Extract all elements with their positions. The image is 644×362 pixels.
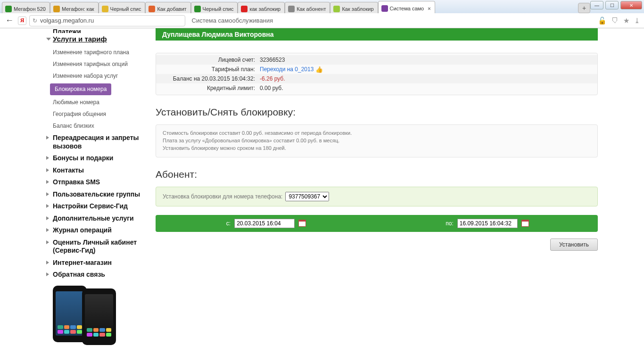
note-line-1: Стоимость блокировки составит 0.00 руб. … xyxy=(163,130,591,137)
browser-tab-0[interactable]: Мегафон 520 xyxy=(2,2,50,13)
thumbs-up-icon[interactable]: 👍 xyxy=(315,66,321,72)
value-account: 32366523 xyxy=(260,57,285,63)
date-to-input[interactable] xyxy=(457,219,518,228)
date-from-label: с: xyxy=(226,220,231,227)
sidebar-section-4[interactable]: Пользовательские группы xyxy=(46,189,140,201)
sidebar-subitem-3[interactable]: Блокировка номера xyxy=(50,83,111,95)
sidebar-subitem-5[interactable]: География общения xyxy=(46,108,140,120)
favicon-icon xyxy=(333,6,340,12)
sidebar-section-10[interactable]: Обратная связь xyxy=(46,269,140,281)
label-plan: Тарифный план: xyxy=(161,66,260,73)
calendar-icon[interactable] xyxy=(521,220,529,227)
sidebar-section-2[interactable]: Контакты xyxy=(46,165,140,177)
sidebar-section-3[interactable]: Отправка SMS xyxy=(46,176,140,189)
browser-tab-2[interactable]: Черный спис xyxy=(99,2,146,13)
browser-tab-8[interactable]: Система само× xyxy=(378,1,435,13)
favicon-icon xyxy=(288,6,295,12)
main-content: Дуплищева Людмила Викторовна Лицевой сче… xyxy=(140,28,598,321)
browser-tab-6[interactable]: Как абонент xyxy=(285,2,330,13)
browser-tab-3[interactable]: Как добавит xyxy=(145,2,190,13)
nav-back-button[interactable]: ← xyxy=(4,15,15,26)
window-minimize-button[interactable]: — xyxy=(590,1,603,9)
subscriber-label: Установка блокировки для номера телефона… xyxy=(163,193,282,200)
sidebar-subitem-4[interactable]: Любимые номера xyxy=(46,97,140,108)
tab-label: Как заблокир xyxy=(342,6,373,12)
sidebar-section-5[interactable]: Настройки Сервис-Гид xyxy=(46,200,140,213)
subscriber-heading: Абонент: xyxy=(156,169,598,180)
browser-tab-7[interactable]: Как заблокир xyxy=(330,2,378,13)
favicon-icon xyxy=(241,6,248,12)
bookmark-star-icon[interactable]: ★ xyxy=(623,16,629,25)
tab-label: Как абонент xyxy=(297,6,326,12)
block-heading: Установить/Снять блокировку: xyxy=(156,107,598,118)
value-plan-link[interactable]: Переходи на 0_2013👍 xyxy=(260,66,321,73)
url-text: volgasg.megafon.ru xyxy=(40,17,94,24)
subscriber-select-box: Установка блокировки для номера телефона… xyxy=(156,187,598,206)
browser-titlebar: Мегафон 520Мегафон: какЧерный списКак до… xyxy=(0,0,644,13)
browser-tab-5[interactable]: как заблокир xyxy=(238,2,285,13)
browser-tab-4[interactable]: Черный спис xyxy=(191,2,238,13)
sidebar-subitem-6[interactable]: Баланс близких xyxy=(46,120,140,132)
browser-tabs: Мегафон 520Мегафон: какЧерный списКак до… xyxy=(2,0,576,13)
tab-label: Черный спис xyxy=(203,6,234,12)
sidebar-section-9[interactable]: Интернет-магазин xyxy=(46,257,140,269)
sidebar-subitem-1[interactable]: Изменения тарифных опций xyxy=(46,58,140,70)
phone-number-select[interactable]: 9377509367 xyxy=(285,192,329,201)
window-close-button[interactable]: ✕ xyxy=(620,1,642,9)
sidebar-section-services[interactable]: Услуги и тариф xyxy=(46,33,140,47)
tab-label: как заблокир xyxy=(249,6,281,12)
tab-label: Черный спис xyxy=(110,6,141,12)
sidebar-section-8[interactable]: Оценить Личный кабинет (Сервис-Гид) xyxy=(46,237,140,257)
addrbar-right-icons: 🔓 ⛉ ★ ⤓ xyxy=(598,16,640,25)
tab-label: Мегафон: как xyxy=(62,6,94,12)
lock-icon[interactable]: 🔓 xyxy=(598,16,607,25)
date-to-label: по: xyxy=(446,220,454,227)
sidebar-nav: Платежи Услуги и тариф Изменение тарифно… xyxy=(46,28,140,321)
date-range-bar: с: по: xyxy=(156,215,598,232)
sidebar-section-0[interactable]: Переадресация и запреты вызовов xyxy=(46,132,140,152)
sidebar-subitem-2[interactable]: Изменение набора услуг xyxy=(46,70,140,82)
value-balance: -6.26 руб. xyxy=(260,75,285,82)
favicon-icon xyxy=(194,6,201,12)
favicon-icon xyxy=(53,6,60,12)
tab-label: Мегафон 520 xyxy=(14,6,46,12)
note-line-2: Плата за услугу «Добровольная блокировка… xyxy=(163,137,591,145)
customer-name-bar: Дуплищева Людмила Викторовна xyxy=(156,28,598,41)
install-button[interactable]: Установить xyxy=(550,239,598,251)
tab-close-icon[interactable]: × xyxy=(428,6,430,11)
sidebar-section-6[interactable]: Дополнительные услуги xyxy=(46,213,140,225)
favicon-icon xyxy=(381,5,388,12)
window-buttons: — ☐ ✕ xyxy=(590,0,642,9)
reload-icon[interactable]: ↻ xyxy=(33,17,37,24)
address-bar: ← Я ↻ volgasg.megafon.ru Система самообс… xyxy=(0,13,644,28)
page-title-display: Система самообслуживания xyxy=(188,17,595,24)
label-account: Лицевой счет: xyxy=(161,57,260,63)
window-maximize-button[interactable]: ☐ xyxy=(605,1,619,9)
favicon-icon xyxy=(102,6,108,12)
promo-phones-image xyxy=(53,286,128,321)
new-tab-button[interactable]: + xyxy=(578,3,590,13)
date-from-input[interactable] xyxy=(234,219,295,228)
sidebar-section-7[interactable]: Журнал операций xyxy=(46,224,140,237)
favicon-icon xyxy=(5,6,12,12)
shield-icon[interactable]: ⛉ xyxy=(611,16,619,25)
label-credit: Кредитный лимит: xyxy=(161,85,260,91)
note-line-3: Установить блокировку можно сроком на 18… xyxy=(163,145,591,152)
sidebar-subitem-0[interactable]: Изменение тарифного плана xyxy=(46,47,140,58)
downloads-icon[interactable]: ⤓ xyxy=(634,16,640,25)
label-balance: Баланс на 20.03.2015 16:04:32: xyxy=(161,75,260,82)
tab-label: Как добавит xyxy=(157,6,186,12)
browser-tab-1[interactable]: Мегафон: как xyxy=(50,2,99,13)
favicon-icon xyxy=(149,6,155,12)
yandex-home-button[interactable]: Я xyxy=(18,16,26,25)
url-field[interactable]: ↻ volgasg.megafon.ru xyxy=(29,15,185,26)
page-viewport: Платежи Услуги и тариф Изменение тарифно… xyxy=(0,28,644,362)
account-info-box: Лицевой счет:32366523 Тарифный план:Пере… xyxy=(156,53,598,95)
block-note-box: Стоимость блокировки составит 0.00 руб. … xyxy=(156,124,598,157)
tab-label: Система само xyxy=(390,6,424,11)
calendar-icon[interactable] xyxy=(298,220,306,227)
sidebar-section-1[interactable]: Бонусы и подарки xyxy=(46,152,140,165)
sidebar-item-payments-cut[interactable]: Платежи xyxy=(46,28,140,33)
value-credit: 0.00 руб. xyxy=(260,85,283,91)
